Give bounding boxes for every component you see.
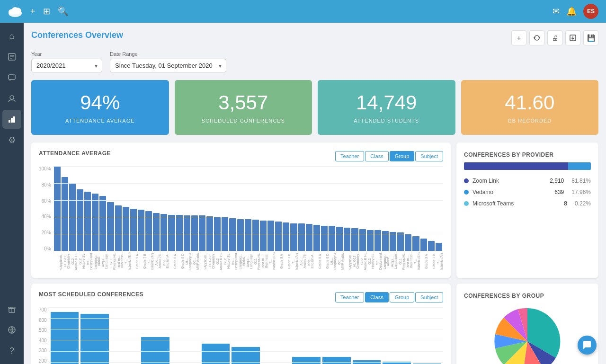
y-label-20: 20% [42,230,51,235]
scheduled-filter-teacher[interactable]: Teacher [335,292,364,302]
scheduled-filter-class[interactable]: Class [365,292,389,302]
att-bar-15 [168,215,175,251]
att-xlabel-9: Islamic (En) 7... [125,252,131,270]
scheduled-y-axis: 700 600 500 400 300 200 100 [39,307,49,364]
scheduled-bars-wrapper [49,307,443,364]
att-xlabel-7: Physics HL G11 [109,252,116,270]
att-xlabel-37: MVP Arabic 6C... [338,252,344,270]
att-xlabel-50: Islamic (Ar) 7... [437,252,443,270]
att-xlabel-31: Islamic (Ar) 7... [292,252,298,270]
att-bar-29 [275,222,282,251]
att-xlabel-8: Business and m... [117,252,124,270]
att-bar-48 [420,239,427,251]
scheduled-chart-title: MOST SCHEDULED CONFERENCES [39,291,143,298]
att-xlabel-40: Arabic B HL G12 [360,252,367,270]
svg-rect-15 [9,307,15,309]
att-xlabel-3: History SL G12 [79,252,85,270]
provider-count-vedamo: 639 [554,189,564,195]
chat-button[interactable] [578,336,597,355]
main-content: Conferences Overview + 🖨 💾 Year 2020/202… [24,23,606,364]
gb-value: 41.60 [469,91,591,114]
att-xlabel-24: Arabic Languag... [239,252,245,270]
attendance-chart-body: 100% 80% 60% 40% 20% 0% [39,166,443,251]
att-xlabel-19: n Applicati... [200,252,207,270]
export-button[interactable] [565,30,580,45]
att-bar-31 [290,223,297,251]
save-button[interactable]: 💾 [583,30,598,45]
provider-dot-vedamo [464,190,469,195]
att-xlabel-23: Design and tec... [231,252,238,270]
sidebar-item-contacts[interactable] [2,89,21,108]
print-button[interactable]: 🖨 [547,30,562,45]
stat-card-scheduled: 3,557 SCHEDULED CONFERENCES [175,80,312,135]
att-bar-18 [191,215,198,251]
att-xlabel-29: Grade 9 A [276,252,283,270]
att-bar-40 [359,229,366,251]
topnav-right: ✉ 🔔 ES [553,4,598,19]
y-axis: 100% 80% 60% 40% 20% 0% [39,166,53,251]
add-icon[interactable]: + [30,7,36,17]
att-xlabel-25: Language Acqui... [246,252,253,270]
attendance-filter-subject[interactable]: Subject [415,151,443,161]
attendance-chart-header: ATTENDANCE AVERAGE Teacher Class Group S… [39,150,443,162]
sched-bar-5 [202,344,230,364]
stat-card-gb: 41.60 GB RECORDED [461,80,599,135]
add-button[interactable]: + [511,30,526,45]
att-bar-34 [313,225,320,251]
att-xlabel-15: Grade 8 A [170,252,177,270]
att-xlabel-16: Grade 6 D [178,252,184,270]
att-bar-36 [329,226,335,251]
provider-item-zoomlink: Zoom Link 2,910 81.81% [464,178,591,184]
sidebar-item-analytics[interactable] [2,110,21,129]
provider-bar [464,162,591,170]
bell-icon[interactable]: 🔔 [566,6,577,17]
sidebar-item-gifts[interactable] [2,300,21,319]
year-select[interactable]: 2020/2021 [31,59,102,72]
sidebar-item-settings[interactable]: ⚙ [2,131,21,150]
att-xlabel-6: Language Acqui... [101,252,108,270]
sidebar-item-translate[interactable] [2,320,21,339]
filters: Year 2020/2021 Date Range Since Tuesday,… [31,51,598,72]
search-icon[interactable]: 🔍 [58,6,68,17]
sidebar-item-messages[interactable] [2,68,21,87]
app-logo[interactable] [8,4,23,19]
y-label-80: 80% [42,182,51,187]
att-xlabel-30: Grade 7 B [284,252,291,270]
grid-icon[interactable]: ⊞ [43,6,50,17]
att-bar-46 [405,234,411,251]
sidebar: ⌂ ⚙ ? [0,23,24,364]
att-xlabel-38: n Applicati... [345,252,352,270]
sidebar-item-help[interactable]: ? [2,341,21,360]
scheduled-filter-group[interactable]: Group [390,292,415,302]
att-xlabel-39: Chemistry HL G12 [353,252,359,270]
att-xlabel-22: History SL G12 [223,252,230,270]
sidebar-item-home[interactable]: ⌂ [2,27,21,45]
attendance-filter-group[interactable]: Group [390,151,415,161]
provider-item-vedamo: Vedamo 639 17.96% [464,189,591,195]
refresh-button[interactable] [529,30,544,45]
att-bar-10 [130,209,137,251]
date-range-select[interactable]: Since Tuesday, 01 September 2020 [110,59,226,72]
attendance-filter-teacher[interactable]: Teacher [335,151,364,161]
scheduled-y-500: 500 [39,328,47,333]
scheduled-y-200: 200 [39,358,47,364]
mail-icon[interactable]: ✉ [553,6,560,17]
scheduled-filter-btns: Teacher Class Group Subject [335,292,443,302]
scheduled-y-700: 700 [39,307,47,312]
scheduled-filter-subject[interactable]: Subject [415,292,443,302]
att-bar-47 [412,236,419,251]
att-bar-44 [390,232,396,251]
y-label-40: 40% [42,214,51,219]
att-bar-50 [436,243,442,251]
att-bar-3 [77,189,83,251]
bars-wrapper [53,166,443,251]
sidebar-item-files[interactable] [2,47,21,66]
attendance-filter-btns: Teacher Class Group Subject [335,151,443,161]
att-xlabel-1: Chemistry HL G12 [63,252,70,270]
att-xlabel-36: Language & Lit... [330,252,337,270]
user-avatar[interactable]: ES [583,4,598,19]
year-select-wrapper: 2020/2021 [31,59,102,72]
attendance-chart-title: ATTENDANCE AVERAGE [39,150,111,157]
sched-bar-11 [383,362,411,364]
attendance-filter-class[interactable]: Class [365,151,389,161]
